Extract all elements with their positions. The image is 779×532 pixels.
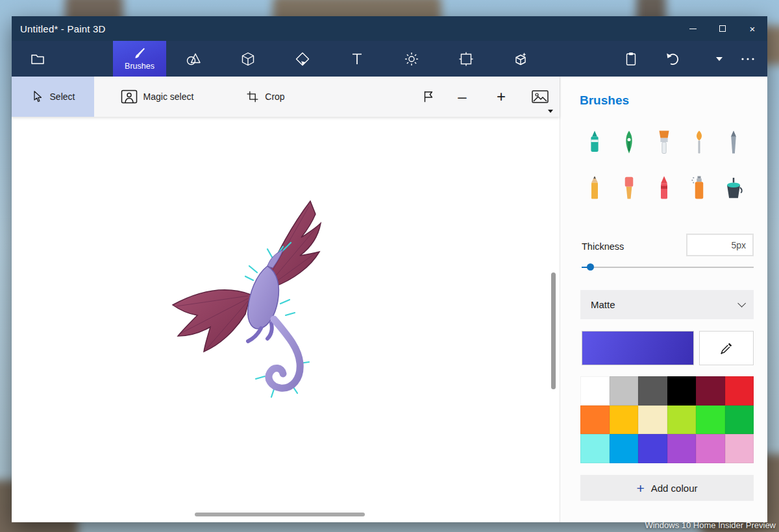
colour-row (582, 331, 754, 365)
canvas-flag-button[interactable] (414, 77, 443, 117)
palette-swatch[interactable] (667, 405, 697, 435)
cursor-icon (31, 90, 44, 104)
panel-title: Brushes (580, 93, 629, 108)
drawing-canvas[interactable] (12, 117, 560, 522)
more-options-button[interactable] (732, 41, 763, 77)
undo-button[interactable] (652, 41, 693, 77)
flag-icon (421, 90, 436, 104)
3d-cube-icon (240, 51, 256, 67)
palette-swatch[interactable] (725, 405, 754, 435)
chevron-down-icon (716, 57, 723, 61)
tab-stickers[interactable] (275, 41, 330, 77)
crayon-icon (654, 175, 674, 200)
palette-swatch[interactable] (610, 434, 639, 463)
select-button[interactable]: Select (12, 77, 94, 117)
pencil-icon (585, 175, 604, 200)
insert-image-button[interactable] (521, 77, 560, 117)
brush-grid (577, 127, 751, 202)
menu-button[interactable] (12, 41, 64, 77)
paste-button[interactable] (610, 41, 652, 77)
palette-swatch[interactable] (725, 434, 754, 463)
brush-crayon-button[interactable] (651, 173, 677, 202)
window-controls: × (678, 16, 767, 41)
titlebar[interactable]: Untitled* - Paint 3D × (12, 16, 767, 41)
tab-3d-library[interactable] (493, 41, 548, 77)
marker-icon (585, 129, 604, 155)
palette-swatch[interactable] (580, 376, 610, 405)
brush-fill-button[interactable] (721, 173, 747, 202)
spray-can-icon (689, 175, 709, 200)
palette-swatch[interactable] (696, 405, 725, 435)
eyedropper-button[interactable] (699, 331, 754, 365)
brush-eraser-button[interactable] (616, 173, 642, 202)
eyedropper-icon (719, 341, 734, 356)
image-icon (532, 90, 549, 103)
palette-swatch[interactable] (638, 405, 667, 435)
finish-dropdown[interactable]: Matte (580, 290, 754, 319)
brush-calligraphy-pen-button[interactable] (616, 127, 642, 157)
tab-effects[interactable] (384, 41, 439, 77)
palette-swatch[interactable] (580, 405, 610, 435)
minimize-button[interactable] (678, 16, 708, 41)
zoom-in-button[interactable]: + (482, 77, 521, 117)
paint3d-window: Untitled* - Paint 3D × Brushes (12, 16, 767, 522)
tab-canvas[interactable] (439, 41, 493, 77)
palette-swatch[interactable] (638, 376, 667, 405)
brush-marker-button[interactable] (582, 127, 608, 157)
palette-swatch[interactable] (610, 405, 639, 435)
finish-value: Matte (591, 299, 615, 310)
thickness-input[interactable] (686, 234, 754, 256)
current-colour-preview (582, 331, 694, 365)
tab-3d-shapes[interactable] (221, 41, 275, 77)
close-button[interactable]: × (737, 16, 767, 41)
brush-pixel-pen-button[interactable] (721, 127, 747, 157)
maximize-button[interactable] (708, 16, 737, 41)
canvas-object-dragon[interactable] (153, 189, 348, 404)
watercolour-icon (689, 129, 709, 155)
brush-spray-can-button[interactable] (686, 173, 712, 202)
magic-select-icon (121, 90, 138, 104)
desktop: Untitled* - Paint 3D × Brushes (0, 0, 779, 532)
palette-swatch[interactable] (580, 434, 610, 463)
add-colour-label: Add colour (651, 483, 698, 494)
magic-select-button[interactable]: Magic select (102, 77, 212, 117)
thickness-slider[interactable] (582, 261, 754, 274)
tab-2d-shapes[interactable] (166, 41, 221, 77)
folder-menu-icon (30, 51, 45, 67)
zoom-out-label: – (458, 88, 466, 106)
select-label: Select (50, 91, 75, 102)
brush-oil-brush-button[interactable] (651, 127, 677, 157)
brush-watercolour-button[interactable] (686, 127, 712, 157)
ellipsis-icon (740, 57, 756, 61)
palette-swatch[interactable] (725, 376, 754, 405)
crop-button[interactable]: Crop (230, 77, 301, 117)
canvas-vertical-scrollbar[interactable] (551, 272, 556, 389)
paste-clipboard-icon (623, 51, 639, 67)
text-icon (349, 51, 365, 67)
palette-swatch[interactable] (696, 434, 725, 463)
palette-swatch[interactable] (667, 376, 697, 405)
canvas-horizontal-scrollbar[interactable] (195, 513, 365, 516)
slider-thumb[interactable] (587, 263, 594, 271)
undo-icon (665, 51, 680, 67)
toolbar-right-group (610, 41, 763, 77)
palette-swatch[interactable] (667, 434, 697, 463)
toolbar-spacer (548, 41, 610, 77)
minimize-icon (689, 29, 697, 29)
subtoolbar-spacer (301, 77, 414, 117)
tab-text[interactable] (330, 41, 384, 77)
palette-swatch[interactable] (638, 434, 667, 463)
oil-brush-icon (654, 129, 674, 155)
history-dropdown-button[interactable] (706, 41, 732, 77)
crop-label: Crop (265, 91, 284, 102)
palette-swatch[interactable] (610, 376, 639, 405)
zoom-out-button[interactable]: – (443, 77, 482, 117)
add-colour-button[interactable]: + Add colour (580, 475, 754, 501)
window-title: Untitled* - Paint 3D (12, 23, 106, 34)
tab-brushes[interactable]: Brushes (113, 41, 166, 77)
chevron-down-icon (548, 110, 553, 113)
brushes-panel: Brushes (560, 77, 767, 522)
palette-swatch[interactable] (696, 376, 725, 405)
brush-pencil-button[interactable] (582, 173, 608, 202)
colour-palette (580, 376, 754, 463)
